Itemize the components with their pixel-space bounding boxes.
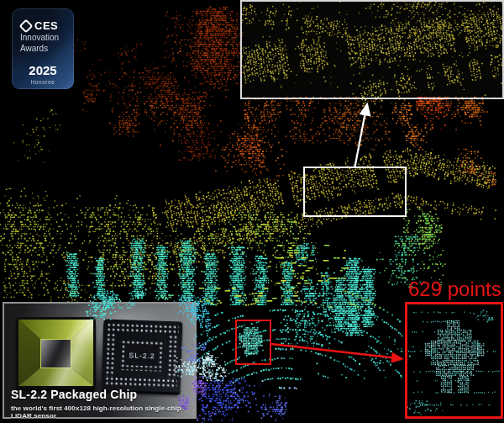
highlight-rect-red <box>235 320 271 365</box>
points-count-label: 629 points <box>408 278 501 301</box>
bga-dots-top <box>107 323 179 336</box>
ces-logo-row: CES <box>20 19 74 32</box>
press-image: 629 points CES Innovation Awards 2025 Ho… <box>0 0 504 423</box>
chip-package-body <box>18 320 93 386</box>
highlight-rect-white <box>303 167 407 217</box>
chip-glare-highlight <box>18 320 93 386</box>
chip-photo-top <box>16 317 96 389</box>
pedestrian-inset-frame <box>405 302 503 419</box>
chip-photo-bottom: SL-2.2 <box>102 319 183 392</box>
ces-logo-icon <box>19 19 34 33</box>
badge-line-awards: Awards <box>20 44 74 54</box>
far-zoom-inset-frame <box>240 0 504 99</box>
badge-year: 2025 <box>20 63 66 77</box>
badge-line-innovation: Innovation <box>20 33 74 43</box>
chip-panel-title: SL-2.2 Packaged Chip <box>11 388 137 401</box>
ces-logo-text: CES <box>34 19 58 32</box>
badge-honoree: Honoree <box>20 79 66 85</box>
ces-award-badge: CES Innovation Awards 2025 Honoree <box>12 8 74 89</box>
chip-panel: SL-2.2 SL-2.2 Packaged Chip the world's … <box>3 302 197 419</box>
chip-panel-subtitle: the world's first 400x128 high-resolutio… <box>11 404 195 420</box>
